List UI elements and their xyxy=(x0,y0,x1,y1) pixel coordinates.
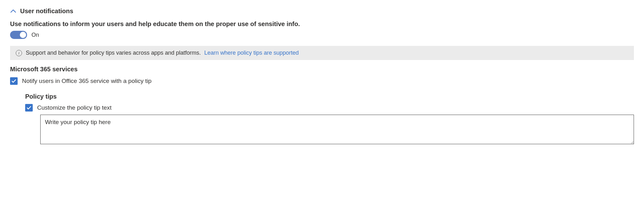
notifications-toggle[interactable] xyxy=(10,31,27,39)
chevron-up-icon xyxy=(10,8,16,14)
customize-tip-checkbox[interactable] xyxy=(25,104,33,112)
notify-users-checkbox[interactable] xyxy=(10,77,18,85)
toggle-state-label: On xyxy=(31,32,39,38)
notify-users-label: Notify users in Office 365 service with … xyxy=(22,78,152,84)
info-bar-text: Support and behavior for policy tips var… xyxy=(26,50,201,56)
section-header[interactable]: User notifications xyxy=(10,8,634,15)
customize-tip-label: Customize the policy tip text xyxy=(37,104,112,111)
policy-tips-heading: Policy tips xyxy=(25,93,634,100)
info-bar-link[interactable]: Learn where policy tips are supported xyxy=(204,50,299,56)
policy-tip-textarea[interactable] xyxy=(40,115,634,144)
services-heading: Microsoft 365 services xyxy=(10,66,634,73)
toggle-thumb xyxy=(20,32,26,38)
info-bar: i Support and behavior for policy tips v… xyxy=(10,46,634,60)
section-title: User notifications xyxy=(20,8,73,15)
customize-tip-row: Customize the policy tip text xyxy=(25,104,634,112)
notifications-toggle-row: On xyxy=(10,31,634,39)
policy-tips-group: Policy tips Customize the policy tip tex… xyxy=(25,93,634,144)
notifications-description: Use notifications to inform your users a… xyxy=(10,20,634,28)
info-bar-content: Support and behavior for policy tips var… xyxy=(26,50,299,56)
info-icon: i xyxy=(16,50,22,56)
notify-users-row: Notify users in Office 365 service with … xyxy=(10,77,634,85)
